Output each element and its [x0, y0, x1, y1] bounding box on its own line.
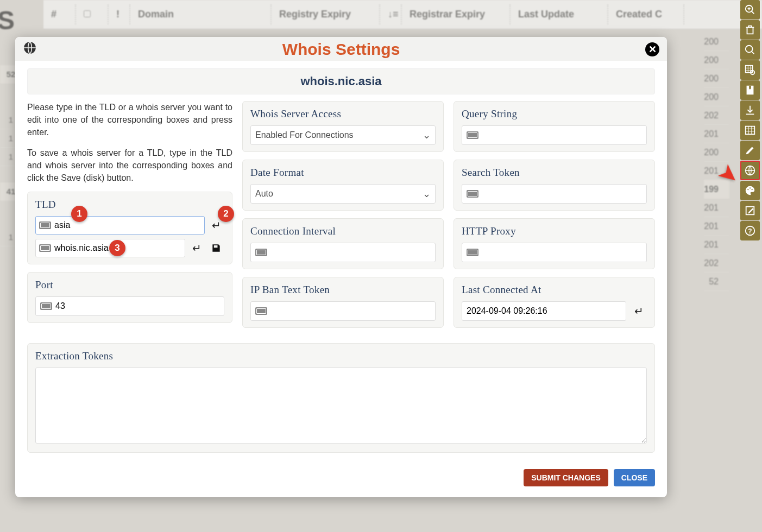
col-domain: Domain [130, 4, 272, 24]
select-all-checkbox[interactable] [84, 10, 91, 17]
table-row: 202 [704, 106, 729, 125]
whois-enter-button[interactable]: ↵ [188, 240, 205, 256]
table-row: 201 [704, 199, 729, 217]
last-connected-input-wrap[interactable] [462, 301, 626, 321]
annotation-badge-2: 2 [218, 206, 234, 222]
last-connected-label: Last Connected At [462, 284, 647, 296]
trash-icon[interactable] [740, 20, 760, 40]
date-format-value: Auto [255, 189, 273, 199]
svg-point-8 [750, 187, 751, 188]
connection-interval-input[interactable] [270, 248, 431, 257]
annotation-badge-1: 1 [71, 206, 87, 222]
keyboard-icon [255, 249, 267, 256]
svg-rect-5 [746, 126, 755, 135]
last-connected-enter-button[interactable]: ↵ [631, 303, 647, 319]
chevron-down-icon: ⌄ [423, 188, 431, 200]
query-string-input-wrap[interactable] [462, 125, 647, 145]
search-token-input-wrap[interactable] [462, 184, 647, 204]
svg-point-7 [747, 189, 748, 190]
table-row: 52 [704, 273, 729, 291]
ip-ban-token-input-wrap[interactable] [250, 301, 436, 321]
table-row: 200 [704, 33, 729, 51]
port-label: Port [35, 279, 224, 291]
keyboard-icon [467, 190, 478, 198]
palette-icon[interactable] [740, 181, 760, 200]
last-connected-input[interactable] [467, 306, 621, 316]
modal-title: Whois Settings [37, 40, 645, 59]
modal-globe-icon [23, 41, 37, 58]
edit-box-icon[interactable] [740, 201, 760, 220]
search-icon[interactable] [740, 40, 760, 60]
ip-ban-token-input[interactable] [270, 306, 431, 316]
table-row: 201 [704, 217, 729, 236]
keyboard-icon [40, 302, 52, 310]
http-proxy-label: HTTP Proxy [462, 225, 647, 237]
col-num: # [43, 4, 76, 24]
table-row: 201 [704, 125, 729, 143]
ip-ban-token-label: IP Ban Text Token [250, 284, 436, 296]
submit-changes-button[interactable]: SUBMIT CHANGES [524, 469, 608, 486]
table-row: 200 [704, 69, 729, 88]
table-row: 202 [704, 254, 729, 273]
col-sort[interactable]: ↓≡ [380, 4, 402, 24]
keyboard-icon [39, 244, 51, 252]
date-format-select[interactable]: Auto ⌄ [250, 184, 436, 204]
keyboard-icon [467, 131, 478, 139]
port-input[interactable] [55, 301, 219, 311]
http-proxy-input[interactable] [482, 248, 642, 257]
annotation-badge-3: 3 [109, 240, 125, 256]
chevron-down-icon: ⌄ [423, 129, 431, 141]
table-row: 201 [704, 236, 729, 254]
svg-point-9 [752, 189, 753, 190]
extraction-tokens-label: Extraction Tokens [35, 350, 647, 362]
connection-interval-label: Connection Interval [250, 225, 436, 237]
pencil-icon[interactable] [740, 141, 760, 160]
bookmark-icon[interactable] [740, 80, 760, 100]
background-table: S # ! Domain Registry Expiry ↓≡ Registra… [0, 0, 762, 29]
tld-input[interactable] [54, 220, 201, 230]
table-row: 200 [704, 143, 729, 162]
whois-access-label: Whois Server Access [250, 108, 436, 120]
keyboard-icon [255, 307, 267, 315]
table-icon[interactable] [740, 121, 760, 140]
tld-label: TLD [35, 199, 224, 211]
col-bang: ! [109, 4, 130, 24]
save-button[interactable] [208, 240, 224, 256]
tld-input-wrap[interactable] [35, 216, 205, 235]
col-checkbox [76, 4, 109, 24]
keyboard-icon [39, 221, 51, 229]
modal-close-button[interactable]: ✕ [645, 42, 659, 56]
query-string-input[interactable] [482, 130, 642, 140]
zoom-in-icon[interactable] [740, 0, 760, 20]
help-icon[interactable]: ? [740, 221, 760, 240]
query-string-label: Query String [462, 108, 647, 120]
whois-access-value: Enabled For Connections [255, 130, 354, 140]
date-format-label: Date Format [250, 167, 436, 179]
search-token-label: Search Token [462, 167, 647, 179]
keyboard-icon [467, 249, 478, 256]
search-token-input[interactable] [482, 189, 642, 199]
connection-interval-input-wrap[interactable] [250, 243, 436, 262]
subtitle-server-name: whois.nic.asia [27, 68, 655, 94]
close-button[interactable]: CLOSE [614, 469, 655, 486]
table-row: 200 [704, 51, 729, 69]
svg-text:?: ? [748, 227, 752, 235]
download-icon[interactable] [740, 100, 760, 120]
grid-search-icon[interactable] [740, 60, 760, 80]
http-proxy-input-wrap[interactable] [462, 243, 647, 262]
right-toolbar: ? [740, 0, 762, 241]
whois-settings-modal: Whois Settings ✕ whois.nic.asia Please t… [15, 37, 667, 497]
col-created: Created C [608, 4, 684, 24]
col-registrar-expiry: Registrar Expiry [402, 4, 511, 24]
col-last-update: Last Update [511, 4, 608, 24]
port-input-wrap[interactable] [35, 296, 224, 316]
extraction-tokens-textarea[interactable] [35, 368, 647, 444]
whois-access-select[interactable]: Enabled For Connections ⌄ [250, 125, 436, 145]
svg-rect-2 [746, 66, 753, 73]
table-row: 200 [704, 88, 729, 106]
intro-text-1: Please type in the TLD or a whois server… [27, 101, 232, 139]
col-registry-expiry: Registry Expiry [272, 4, 380, 24]
svg-point-1 [746, 46, 753, 53]
app-logo: S [0, 5, 15, 35]
intro-text-2: To save a whois server for a TLD, type i… [27, 147, 232, 185]
